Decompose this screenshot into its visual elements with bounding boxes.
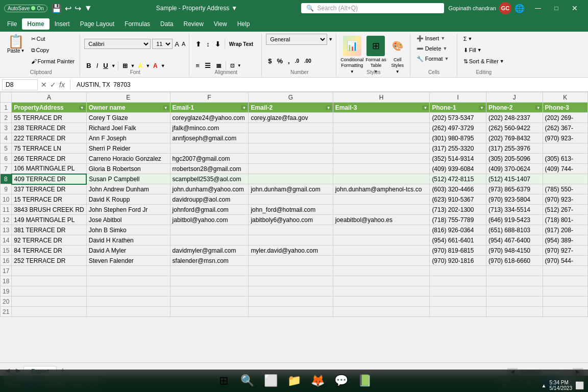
taskbar-excel[interactable]: 📗 bbox=[354, 371, 375, 391]
cell-H7[interactable] bbox=[333, 164, 430, 174]
cell-K4[interactable]: (970) 923- bbox=[543, 133, 587, 143]
cell-G17[interactable] bbox=[249, 266, 333, 276]
delete-dropdown[interactable]: ▼ bbox=[443, 46, 448, 51]
cell-K7[interactable]: (409) 744- bbox=[543, 164, 587, 174]
cell-J12[interactable]: (646) 919-5423 bbox=[486, 215, 543, 225]
cell-H8[interactable] bbox=[333, 174, 430, 184]
cell-J20[interactable] bbox=[486, 297, 543, 307]
cell-K5[interactable] bbox=[543, 143, 587, 154]
search-bar[interactable]: 🔍 Search (Alt+Q) bbox=[301, 3, 444, 13]
cell-A16[interactable]: 252 TERRACE DR bbox=[12, 256, 86, 266]
cell-J13[interactable]: (651) 688-8103 bbox=[486, 225, 543, 235]
menu-view[interactable]: View bbox=[209, 18, 232, 30]
cell-I2[interactable]: (202) 573-5347 bbox=[430, 113, 486, 123]
cell-J7[interactable]: (409) 370-0624 bbox=[486, 164, 543, 174]
number-format-dropdown[interactable]: ▼ bbox=[328, 37, 333, 42]
cell-G6[interactable] bbox=[249, 154, 333, 164]
cell-E16[interactable]: Steven Falender bbox=[86, 256, 170, 266]
cell-J2[interactable]: (202) 248-2337 bbox=[486, 113, 543, 123]
cell-J14[interactable]: (954) 467-6400 bbox=[486, 235, 543, 246]
comma-button[interactable]: , bbox=[286, 56, 292, 66]
cell-G18[interactable] bbox=[249, 276, 333, 286]
header-cell-E1[interactable]: Owner name ▼ bbox=[86, 103, 170, 113]
cell-I4[interactable]: (301) 980-8795 bbox=[430, 133, 486, 143]
border-dropdown[interactable]: ▼ bbox=[131, 63, 135, 68]
taskbar-search[interactable]: 🔍 bbox=[237, 371, 257, 391]
cell-I20[interactable] bbox=[430, 297, 486, 307]
cell-H3[interactable] bbox=[333, 123, 430, 133]
cell-I11[interactable]: (713) 202-1300 bbox=[430, 205, 486, 215]
accounting-button[interactable]: $ bbox=[266, 56, 274, 66]
cell-F17[interactable] bbox=[170, 266, 249, 276]
cell-I3[interactable]: (262) 497-3729 bbox=[430, 123, 486, 133]
cell-F3[interactable]: jfalk@minco.com bbox=[170, 123, 249, 133]
header-cell-I1[interactable]: Phone-1 ▼ bbox=[430, 103, 486, 113]
cell-E10[interactable]: David K Roupp bbox=[86, 194, 170, 205]
cell-H17[interactable] bbox=[333, 266, 430, 276]
header-cell-A1[interactable]: PropertyAddress ▼ bbox=[12, 103, 86, 113]
decrease-decimal-button[interactable]: .00 bbox=[302, 56, 313, 66]
cell-A11[interactable]: 3843 BRUSH CREEK RD bbox=[12, 205, 86, 215]
cell-I12[interactable]: (718) 755-7789 bbox=[430, 215, 486, 225]
cell-E8[interactable]: Susan P Campbell bbox=[86, 174, 170, 184]
cell-F16[interactable]: sfalender@msn.com bbox=[170, 256, 249, 266]
cell-I8[interactable]: (512) 472-8115 bbox=[430, 174, 486, 184]
cell-K3[interactable]: (262) 367- bbox=[543, 123, 587, 133]
increase-decimal-button[interactable]: .0 bbox=[293, 56, 301, 66]
cell-H20[interactable] bbox=[333, 297, 430, 307]
cell-reference-input[interactable] bbox=[2, 79, 38, 90]
col-header-K[interactable]: K bbox=[543, 92, 587, 103]
cell-A18[interactable] bbox=[12, 276, 86, 286]
format-dropdown[interactable]: ▼ bbox=[445, 56, 449, 61]
cell-H4[interactable] bbox=[333, 133, 430, 143]
header-cell-G1[interactable]: Email-2 ▼ bbox=[249, 103, 333, 113]
cell-F7[interactable]: rrobertson28@gmail.com bbox=[170, 164, 249, 174]
cell-A21[interactable] bbox=[12, 307, 86, 317]
cell-I18[interactable] bbox=[430, 276, 486, 286]
cell-F9[interactable]: john.dunham@yahoo.com bbox=[170, 184, 249, 194]
delete-cells-button[interactable]: ➖ Delete ▼ bbox=[414, 44, 450, 53]
cell-F6[interactable]: hgc2007@gmail.com bbox=[170, 154, 249, 164]
cell-K10[interactable]: (970) 923- bbox=[543, 194, 587, 205]
autosum-button[interactable]: Σ ▼ bbox=[461, 34, 475, 44]
copy-button[interactable]: ⧉Copy bbox=[29, 45, 77, 55]
cell-A2[interactable]: 55 TERRACE DR bbox=[12, 113, 86, 123]
cell-F10[interactable]: davidroupp@aol.com bbox=[170, 194, 249, 205]
header-cell-J1[interactable]: Phone-2 ▼ bbox=[486, 103, 543, 113]
cell-J15[interactable]: (970) 948-4150 bbox=[486, 246, 543, 256]
col-header-E[interactable]: E bbox=[86, 92, 170, 103]
cell-H6[interactable] bbox=[333, 154, 430, 164]
save-icon[interactable]: 💾 bbox=[52, 4, 62, 13]
cell-E20[interactable] bbox=[86, 297, 170, 307]
cell-E3[interactable]: Richard Joel Falk bbox=[86, 123, 170, 133]
cell-G13[interactable] bbox=[249, 225, 333, 235]
header-cell-K1[interactable]: Phone-3 bbox=[543, 103, 587, 113]
globe-icon[interactable]: 🌐 bbox=[514, 4, 525, 13]
user-avatar[interactable]: GC bbox=[499, 2, 511, 14]
align-bottom-button[interactable]: ⬇ bbox=[213, 39, 223, 49]
cell-K16[interactable]: (970) 544- bbox=[543, 256, 587, 266]
cell-A4[interactable]: 222 TERRACE DR bbox=[12, 133, 86, 143]
col-header-F[interactable]: F bbox=[170, 92, 249, 103]
close-button[interactable]: ✕ bbox=[566, 0, 584, 16]
cell-F13[interactable] bbox=[170, 225, 249, 235]
cell-K15[interactable]: (970) 927- bbox=[543, 246, 587, 256]
underline-dropdown[interactable]: ▼ bbox=[111, 63, 116, 68]
cell-E7[interactable]: Gloria B Robertson bbox=[86, 164, 170, 174]
cell-K17[interactable] bbox=[543, 266, 587, 276]
insert-function-button[interactable]: fx bbox=[58, 81, 66, 89]
cell-K21[interactable] bbox=[543, 307, 587, 317]
fill-dropdown[interactable]: ▼ bbox=[477, 47, 482, 53]
cell-K6[interactable]: (305) 613- bbox=[543, 154, 587, 164]
font-decrease-button[interactable]: A bbox=[181, 40, 186, 47]
col-header-G[interactable]: G bbox=[249, 92, 333, 103]
cell-J5[interactable]: (317) 255-3976 bbox=[486, 143, 543, 154]
cell-G2[interactable]: corey.glaze@faa.gov bbox=[249, 113, 333, 123]
filter-J-button[interactable]: ▼ bbox=[535, 105, 542, 110]
cell-E2[interactable]: Corey T Glaze bbox=[86, 113, 170, 123]
font-color-dropdown[interactable]: ▼ bbox=[161, 63, 165, 68]
cell-G8[interactable] bbox=[249, 174, 333, 184]
fill-button[interactable]: ⬇ Fill ▼ bbox=[461, 45, 484, 55]
cell-A17[interactable] bbox=[12, 266, 86, 276]
cell-F4[interactable]: annfjoseph@gmail.com bbox=[170, 133, 249, 143]
